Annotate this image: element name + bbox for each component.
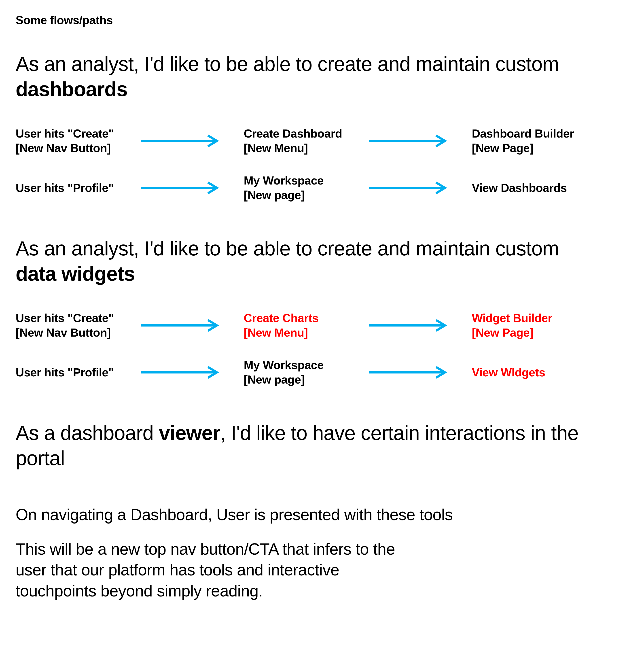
flow-step: Create Charts [New Menu] (237, 311, 369, 340)
story-heading: As a dashboard viewer, I'd like to have … (16, 420, 597, 471)
arrow-icon (141, 181, 237, 194)
arrow-icon (141, 319, 237, 332)
flow-row: User hits "Profile" My Workspace [New pa… (16, 358, 628, 387)
flow-block: User hits "Create" [New Nav Button] Crea… (16, 126, 628, 202)
flow-row: User hits "Profile" My Workspace [New pa… (16, 173, 628, 202)
flow-block: User hits "Create" [New Nav Button] Crea… (16, 311, 628, 387)
flow-step: Create Dashboard [New Menu] (237, 126, 369, 155)
story-heading-prefix: As an analyst, I'd like to be able to cr… (16, 53, 559, 75)
flow-step: My Workspace [New page] (237, 173, 369, 202)
note-text: On navigating a Dashboard, User is prese… (16, 504, 575, 525)
flow-step: View Dashboards (465, 181, 610, 195)
arrow-icon (141, 366, 237, 379)
story-heading-prefix: As an analyst, I'd like to be able to cr… (16, 237, 559, 260)
flow-step: My Workspace [New page] (237, 358, 369, 387)
arrow-icon (369, 366, 465, 379)
story-heading-bold: data widgets (16, 263, 135, 285)
divider (16, 31, 628, 31)
flow-row: User hits "Create" [New Nav Button] Crea… (16, 126, 628, 155)
story-heading-bold: dashboards (16, 78, 127, 100)
flow-step: User hits "Profile" (16, 181, 141, 195)
arrow-icon (369, 181, 465, 194)
document-page: Some flows/paths As an analyst, I'd like… (0, 0, 644, 642)
flow-step: User hits "Create" [New Nav Button] (16, 311, 141, 340)
flow-row: User hits "Create" [New Nav Button] Crea… (16, 311, 628, 340)
section-title: Some flows/paths (16, 14, 628, 27)
flow-step: Widget Builder [New Page] (465, 311, 610, 340)
story-heading: As an analyst, I'd like to be able to cr… (16, 51, 597, 102)
story-heading-prefix: As a dashboard (16, 422, 159, 444)
story-heading-bold: viewer (159, 422, 220, 444)
arrow-icon (141, 134, 237, 148)
arrow-icon (369, 319, 465, 332)
flow-step: User hits "Profile" (16, 365, 141, 380)
story-heading: As an analyst, I'd like to be able to cr… (16, 236, 597, 286)
flow-step: User hits "Create" [New Nav Button] (16, 126, 141, 155)
story-block: As an analyst, I'd like to be able to cr… (16, 51, 628, 202)
flow-step: View WIdgets (465, 365, 610, 380)
note-text: This will be a new top nav button/CTA th… (16, 539, 418, 602)
story-block: As a dashboard viewer, I'd like to have … (16, 420, 628, 471)
story-block: As an analyst, I'd like to be able to cr… (16, 236, 628, 387)
flow-step: Dashboard Builder [New Page] (465, 126, 610, 155)
arrow-icon (369, 134, 465, 148)
